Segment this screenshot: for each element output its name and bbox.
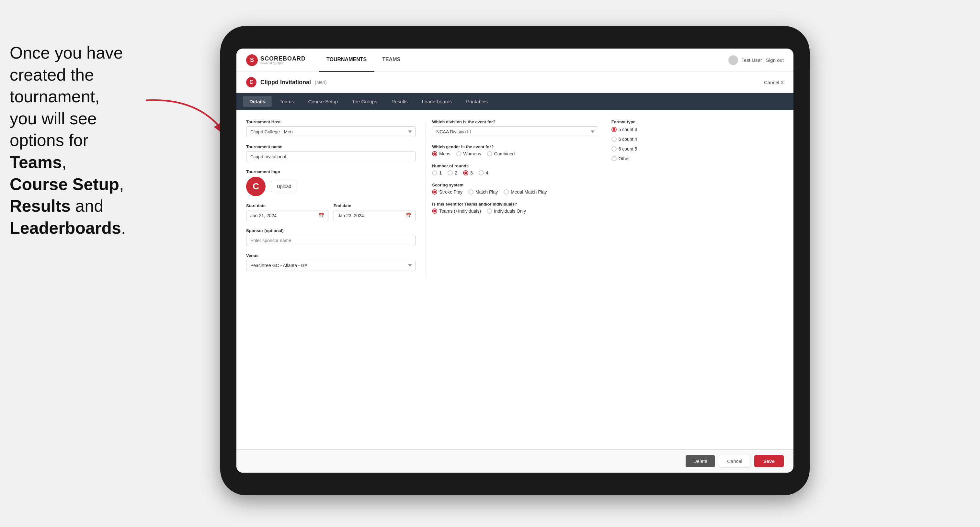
tournament-logo-label: Tournament logo [246, 169, 415, 174]
sponsor-group: Sponsor (optional) [246, 228, 415, 246]
logo-upload-area: C Upload [246, 177, 415, 196]
format-6count5-dot [611, 146, 617, 151]
individuals-only[interactable]: Individuals Only [487, 208, 526, 214]
bottom-bar: Delete Cancel Save [236, 449, 794, 473]
rounds-4[interactable]: 4 [479, 170, 488, 175]
nav-tab-tournaments[interactable]: TOURNAMENTS [319, 49, 374, 72]
format-type-group: Format type 5 count 4 6 count 4 6 cou [611, 119, 784, 161]
tournament-logo-group: Tournament logo C Upload [246, 169, 415, 196]
sub-tabs: Details Teams Course Setup Tee Groups Re… [236, 93, 794, 110]
teams-plus-individuals-dot [432, 208, 437, 214]
calendar-icon: 📅 [319, 213, 324, 218]
teams-individuals-label: Is this event for Teams and/or Individua… [432, 202, 598, 206]
cancel-header-button[interactable]: Cancel X [764, 79, 784, 85]
tablet-screen: S SCOREBOARD Powered by clippd TOURNAMEN… [236, 49, 794, 473]
sub-tab-printables[interactable]: Printables [460, 96, 494, 107]
start-date-input[interactable]: Jan 21, 2024 📅 [246, 210, 328, 221]
cancel-button[interactable]: Cancel [719, 455, 750, 467]
format-type-label: Format type [611, 119, 784, 124]
instruction-bold-leaderboards: Leaderboards [10, 219, 121, 237]
tournament-title-row: C Clippd Invitational (Men) [246, 77, 327, 87]
scoring-match-play[interactable]: Match Play [468, 189, 498, 195]
scoring-medal-match-play[interactable]: Medal Match Play [504, 189, 547, 195]
rounds-1[interactable]: 1 [432, 170, 442, 175]
date-row: Start date Jan 21, 2024 📅 End date Jan 2… [246, 203, 415, 221]
tournament-host-group: Tournament Host Clippd College - Men [246, 119, 415, 137]
end-date-input[interactable]: Jan 23, 2024 📅 [334, 210, 416, 221]
gender-combined-dot [487, 151, 492, 156]
format-5count4[interactable]: 5 count 4 [611, 127, 784, 132]
gender-mens[interactable]: Mens [432, 151, 450, 156]
instruction-line1: Once you havecreated thetournament,you w… [10, 43, 123, 149]
teams-plus-individuals[interactable]: Teams (+Individuals) [432, 208, 481, 214]
format-5count4-dot [611, 127, 617, 132]
division-group: Which division is the event for? NCAA Di… [432, 119, 598, 137]
tournament-header: C Clippd Invitational (Men) Cancel X [236, 72, 794, 93]
tablet-frame: S SCOREBOARD Powered by clippd TOURNAMEN… [220, 26, 810, 495]
scoring-label: Scoring system [432, 183, 598, 187]
logo-letter: S [250, 57, 254, 63]
sub-tab-teams[interactable]: Teams [273, 96, 300, 107]
sub-tab-course-setup[interactable]: Course Setup [302, 96, 344, 107]
logo-badge: S [246, 54, 258, 66]
scoring-match-play-dot [468, 189, 474, 195]
scoring-stroke-play-dot [432, 189, 437, 195]
scoring-stroke-play[interactable]: Stroke Play [432, 189, 463, 195]
gender-womens-dot [456, 151, 461, 156]
rounds-label: Number of rounds [432, 163, 598, 168]
logo-sub: Powered by clippd [260, 62, 306, 65]
sponsor-label: Sponsor (optional) [246, 228, 415, 233]
gender-mens-dot [432, 151, 437, 156]
venue-label: Venue [246, 253, 415, 258]
sub-tab-details[interactable]: Details [243, 96, 272, 107]
sub-tab-leaderboards[interactable]: Leaderboards [415, 96, 458, 107]
main-content: Tournament Host Clippd College - Men Tou… [236, 110, 794, 449]
instruction-bold-teams: Teams [10, 153, 62, 171]
save-button[interactable]: Save [754, 455, 784, 467]
delete-button[interactable]: Delete [686, 455, 715, 467]
arrow-indicator [136, 94, 233, 152]
gender-combined[interactable]: Combined [487, 151, 515, 156]
end-date-group: End date Jan 23, 2024 📅 [334, 203, 416, 221]
sub-tab-results[interactable]: Results [385, 96, 414, 107]
nav-tab-teams[interactable]: TEAMS [374, 49, 408, 72]
sponsor-input[interactable] [246, 235, 415, 246]
rounds-2[interactable]: 2 [447, 170, 457, 175]
tournament-host-label: Tournament Host [246, 119, 415, 124]
tournament-name-group: Tournament name [246, 144, 415, 162]
format-other-dot [611, 156, 617, 161]
logo-area: S SCOREBOARD Powered by clippd [246, 54, 306, 66]
logo-text: SCOREBOARD [260, 56, 306, 62]
logo-text-area: SCOREBOARD Powered by clippd [260, 56, 306, 65]
start-date-group: Start date Jan 21, 2024 📅 [246, 203, 328, 221]
left-form-column: Tournament Host Clippd College - Men Tou… [246, 119, 425, 278]
format-other[interactable]: Other [611, 156, 784, 161]
scoring-radio-group: Stroke Play Match Play Medal Match Play [432, 189, 598, 195]
dates-group: Start date Jan 21, 2024 📅 End date Jan 2… [246, 203, 415, 221]
gender-group: Which gender is the event for? Mens Wome… [432, 144, 598, 156]
tournament-name-label: Tournament name [246, 144, 415, 149]
scoring-group: Scoring system Stroke Play Match Play [432, 183, 598, 195]
logo-preview: C [246, 177, 266, 196]
format-6count4[interactable]: 6 count 4 [611, 137, 784, 142]
start-date-label: Start date [246, 203, 328, 208]
teams-individuals-radio-group: Teams (+Individuals) Individuals Only [432, 208, 598, 214]
venue-select[interactable]: Peachtree GC - Atlanta - GA [246, 260, 415, 271]
gender-womens[interactable]: Womens [456, 151, 481, 156]
upload-button[interactable]: Upload [271, 181, 297, 192]
user-avatar [729, 56, 738, 65]
format-radio-list: 5 count 4 6 count 4 6 count 5 Other [611, 127, 784, 161]
tournament-name: Clippd Invitational [260, 79, 311, 86]
tournament-icon: C [246, 77, 256, 87]
rounds-3[interactable]: 3 [463, 170, 473, 175]
sub-tab-tee-groups[interactable]: Tee Groups [345, 96, 384, 107]
instruction-bold-course-setup: Course Setup [10, 175, 119, 194]
tournament-host-select[interactable]: Clippd College - Men [246, 126, 415, 137]
rounds-1-dot [432, 170, 437, 175]
format-6count5[interactable]: 6 count 5 [611, 146, 784, 151]
user-sign-out[interactable]: Test User | Sign out [741, 57, 784, 63]
tournament-name-input[interactable] [246, 151, 415, 162]
calendar-icon-end: 📅 [406, 213, 411, 218]
division-select[interactable]: NCAA Division III [432, 126, 598, 137]
rounds-2-dot [447, 170, 453, 175]
